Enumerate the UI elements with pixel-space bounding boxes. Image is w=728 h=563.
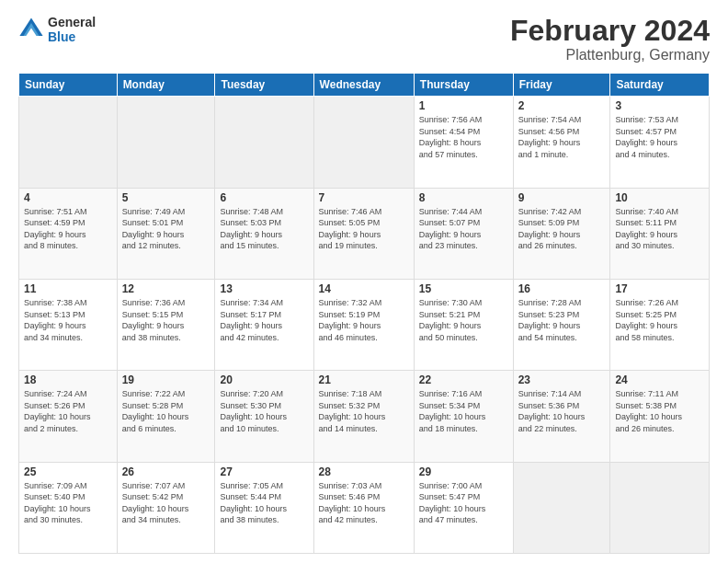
calendar-cell: 14Sunrise: 7:32 AM Sunset: 5:19 PM Dayli… <box>313 279 414 370</box>
day-info: Sunrise: 7:38 AM Sunset: 5:13 PM Dayligh… <box>24 297 112 343</box>
day-number: 11 <box>24 282 112 295</box>
calendar-cell: 28Sunrise: 7:03 AM Sunset: 5:46 PM Dayli… <box>313 462 414 553</box>
header-thursday: Thursday <box>414 74 513 97</box>
logo-text: General Blue <box>48 15 96 44</box>
day-info: Sunrise: 7:40 AM Sunset: 5:11 PM Dayligh… <box>615 206 704 252</box>
calendar-cell: 24Sunrise: 7:11 AM Sunset: 5:38 PM Dayli… <box>610 371 710 462</box>
logo-icon <box>18 17 44 42</box>
calendar-cell: 4Sunrise: 7:51 AM Sunset: 4:59 PM Daylig… <box>19 188 118 279</box>
calendar-cell: 15Sunrise: 7:30 AM Sunset: 5:21 PM Dayli… <box>414 279 513 370</box>
calendar-table: Sunday Monday Tuesday Wednesday Thursday… <box>18 73 710 554</box>
day-number: 7 <box>319 191 409 204</box>
day-info: Sunrise: 7:26 AM Sunset: 5:25 PM Dayligh… <box>615 297 704 343</box>
day-info: Sunrise: 7:00 AM Sunset: 5:47 PM Dayligh… <box>419 480 508 526</box>
day-number: 9 <box>518 191 606 204</box>
day-number: 10 <box>615 191 704 204</box>
calendar-cell: 19Sunrise: 7:22 AM Sunset: 5:28 PM Dayli… <box>117 371 215 462</box>
calendar-cell: 10Sunrise: 7:40 AM Sunset: 5:11 PM Dayli… <box>610 188 710 279</box>
day-info: Sunrise: 7:46 AM Sunset: 5:05 PM Dayligh… <box>319 206 409 252</box>
day-info: Sunrise: 7:36 AM Sunset: 5:15 PM Dayligh… <box>122 297 210 343</box>
calendar-cell: 25Sunrise: 7:09 AM Sunset: 5:40 PM Dayli… <box>19 462 118 553</box>
title-area: February 2024 Plattenburg, Germany <box>510 15 710 63</box>
calendar-cell <box>610 462 710 553</box>
day-number: 8 <box>419 191 508 204</box>
calendar-week-3: 18Sunrise: 7:24 AM Sunset: 5:26 PM Dayli… <box>19 371 710 462</box>
day-number: 23 <box>518 373 606 386</box>
day-info: Sunrise: 7:32 AM Sunset: 5:19 PM Dayligh… <box>319 297 409 343</box>
day-info: Sunrise: 7:30 AM Sunset: 5:21 PM Dayligh… <box>419 297 508 343</box>
day-info: Sunrise: 7:24 AM Sunset: 5:26 PM Dayligh… <box>24 388 112 434</box>
calendar-week-1: 4Sunrise: 7:51 AM Sunset: 4:59 PM Daylig… <box>19 188 710 279</box>
calendar-cell: 23Sunrise: 7:14 AM Sunset: 5:36 PM Dayli… <box>513 371 610 462</box>
calendar-week-0: 1Sunrise: 7:56 AM Sunset: 4:54 PM Daylig… <box>19 97 710 188</box>
day-number: 17 <box>615 282 704 295</box>
calendar-cell: 22Sunrise: 7:16 AM Sunset: 5:34 PM Dayli… <box>414 371 513 462</box>
calendar-week-2: 11Sunrise: 7:38 AM Sunset: 5:13 PM Dayli… <box>19 279 710 370</box>
calendar-header-row: Sunday Monday Tuesday Wednesday Thursday… <box>19 74 710 97</box>
page: General Blue February 2024 Plattenburg, … <box>0 0 728 563</box>
day-number: 13 <box>220 282 308 295</box>
day-number: 15 <box>419 282 508 295</box>
day-info: Sunrise: 7:42 AM Sunset: 5:09 PM Dayligh… <box>518 206 606 252</box>
header-wednesday: Wednesday <box>313 74 414 97</box>
day-number: 29 <box>419 465 508 478</box>
day-info: Sunrise: 7:28 AM Sunset: 5:23 PM Dayligh… <box>518 297 606 343</box>
day-number: 24 <box>615 373 704 386</box>
calendar-cell: 27Sunrise: 7:05 AM Sunset: 5:44 PM Dayli… <box>215 462 313 553</box>
logo: General Blue <box>18 15 96 44</box>
calendar-cell: 17Sunrise: 7:26 AM Sunset: 5:25 PM Dayli… <box>610 279 710 370</box>
day-info: Sunrise: 7:16 AM Sunset: 5:34 PM Dayligh… <box>419 388 508 434</box>
day-number: 16 <box>518 282 606 295</box>
calendar-cell: 11Sunrise: 7:38 AM Sunset: 5:13 PM Dayli… <box>19 279 118 370</box>
day-number: 27 <box>220 465 308 478</box>
day-number: 2 <box>518 99 606 112</box>
header-sunday: Sunday <box>19 74 118 97</box>
calendar-cell: 7Sunrise: 7:46 AM Sunset: 5:05 PM Daylig… <box>313 188 414 279</box>
day-number: 12 <box>122 282 210 295</box>
day-info: Sunrise: 7:07 AM Sunset: 5:42 PM Dayligh… <box>122 480 210 526</box>
day-number: 25 <box>24 465 112 478</box>
header-saturday: Saturday <box>610 74 710 97</box>
day-info: Sunrise: 7:05 AM Sunset: 5:44 PM Dayligh… <box>220 480 308 526</box>
calendar-cell <box>513 462 610 553</box>
calendar-cell: 16Sunrise: 7:28 AM Sunset: 5:23 PM Dayli… <box>513 279 610 370</box>
calendar-cell: 3Sunrise: 7:53 AM Sunset: 4:57 PM Daylig… <box>610 97 710 188</box>
calendar-cell: 9Sunrise: 7:42 AM Sunset: 5:09 PM Daylig… <box>513 188 610 279</box>
day-info: Sunrise: 7:54 AM Sunset: 4:56 PM Dayligh… <box>518 114 606 160</box>
calendar-title: February 2024 <box>510 15 710 47</box>
day-info: Sunrise: 7:34 AM Sunset: 5:17 PM Dayligh… <box>220 297 308 343</box>
day-number: 3 <box>615 99 704 112</box>
day-info: Sunrise: 7:49 AM Sunset: 5:01 PM Dayligh… <box>122 206 210 252</box>
day-number: 26 <box>122 465 210 478</box>
day-info: Sunrise: 7:22 AM Sunset: 5:28 PM Dayligh… <box>122 388 210 434</box>
day-number: 5 <box>122 191 210 204</box>
calendar-cell: 12Sunrise: 7:36 AM Sunset: 5:15 PM Dayli… <box>117 279 215 370</box>
calendar-cell: 1Sunrise: 7:56 AM Sunset: 4:54 PM Daylig… <box>414 97 513 188</box>
calendar-cell: 18Sunrise: 7:24 AM Sunset: 5:26 PM Dayli… <box>19 371 118 462</box>
calendar-subtitle: Plattenburg, Germany <box>510 47 710 63</box>
calendar-cell: 5Sunrise: 7:49 AM Sunset: 5:01 PM Daylig… <box>117 188 215 279</box>
calendar-cell: 13Sunrise: 7:34 AM Sunset: 5:17 PM Dayli… <box>215 279 313 370</box>
header-tuesday: Tuesday <box>215 74 313 97</box>
day-number: 6 <box>220 191 308 204</box>
day-info: Sunrise: 7:56 AM Sunset: 4:54 PM Dayligh… <box>419 114 508 160</box>
calendar-cell: 29Sunrise: 7:00 AM Sunset: 5:47 PM Dayli… <box>414 462 513 553</box>
day-number: 1 <box>419 99 508 112</box>
calendar-cell <box>117 97 215 188</box>
calendar-cell: 21Sunrise: 7:18 AM Sunset: 5:32 PM Dayli… <box>313 371 414 462</box>
day-info: Sunrise: 7:03 AM Sunset: 5:46 PM Dayligh… <box>319 480 409 526</box>
day-number: 4 <box>24 191 112 204</box>
day-number: 28 <box>319 465 409 478</box>
calendar-cell: 6Sunrise: 7:48 AM Sunset: 5:03 PM Daylig… <box>215 188 313 279</box>
day-info: Sunrise: 7:44 AM Sunset: 5:07 PM Dayligh… <box>419 206 508 252</box>
day-info: Sunrise: 7:20 AM Sunset: 5:30 PM Dayligh… <box>220 388 308 434</box>
header-monday: Monday <box>117 74 215 97</box>
calendar-cell <box>215 97 313 188</box>
day-info: Sunrise: 7:18 AM Sunset: 5:32 PM Dayligh… <box>319 388 409 434</box>
day-number: 21 <box>319 373 409 386</box>
day-info: Sunrise: 7:53 AM Sunset: 4:57 PM Dayligh… <box>615 114 704 160</box>
day-number: 19 <box>122 373 210 386</box>
day-info: Sunrise: 7:14 AM Sunset: 5:36 PM Dayligh… <box>518 388 606 434</box>
day-info: Sunrise: 7:09 AM Sunset: 5:40 PM Dayligh… <box>24 480 112 526</box>
day-number: 18 <box>24 373 112 386</box>
